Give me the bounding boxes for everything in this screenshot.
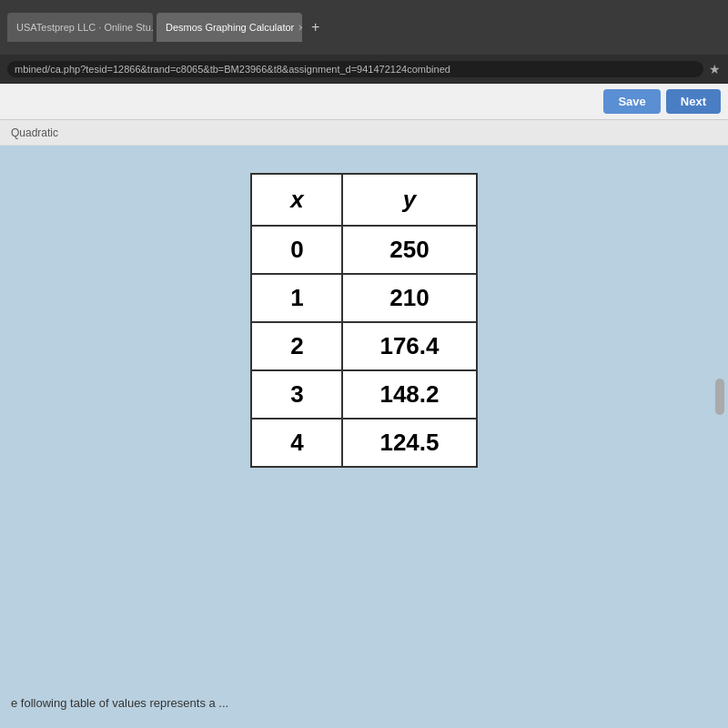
subtitle-text: Quadratic [11,126,58,139]
col-y-header: y [342,174,476,226]
table-row: 1210 [251,274,476,322]
main-content: x y 025012102176.43148.24124.5 e followi… [0,146,728,728]
cell-x-1: 1 [251,274,342,322]
browser-tabs: USATestprep LLC · Online Stu... ✕ Desmos… [0,0,728,55]
cell-y-2: 176.4 [342,322,476,370]
table-row: 2176.4 [251,322,476,370]
cell-y-3: 148.2 [342,370,476,419]
toolbar: Save Next [0,84,728,120]
cell-x-0: 0 [251,226,342,274]
cell-y-1: 210 [342,274,476,322]
cell-y-4: 124.5 [342,419,476,467]
cell-x-3: 3 [251,370,342,419]
cell-x-2: 2 [251,322,342,370]
scrollbar[interactable] [715,379,724,415]
tab-label: USATestprep LLC · Online Stu... [16,22,153,33]
new-tab-button[interactable]: + [306,19,325,35]
cell-x-4: 4 [251,419,342,467]
save-button[interactable]: Save [603,89,660,114]
bookmark-icon[interactable]: ★ [709,62,721,76]
cell-y-0: 250 [342,226,476,274]
table-row: 0250 [251,226,476,274]
tab-label-active: Desmos Graphing Calculator [166,22,294,33]
next-button[interactable]: Next [666,89,721,114]
col-x-header: x [251,174,342,226]
table-row: 4124.5 [251,419,476,467]
tab-desmos[interactable]: Desmos Graphing Calculator ✕ [157,13,302,42]
data-table: x y 025012102176.43148.24124.5 [250,173,477,468]
subtitle-row: Quadratic [0,120,728,146]
bottom-description: e following table of values represents a… [11,696,228,710]
url-bar-row: mbined/ca.php?tesid=12866&trand=c8065&tb… [0,55,728,84]
table-header-row: x y [251,174,476,226]
tab-close-active-icon[interactable]: ✕ [298,23,302,33]
url-bar[interactable]: mbined/ca.php?tesid=12866&trand=c8065&tb… [7,61,703,77]
tab-usatestprep[interactable]: USATestprep LLC · Online Stu... ✕ [7,13,153,42]
table-row: 3148.2 [251,370,476,419]
